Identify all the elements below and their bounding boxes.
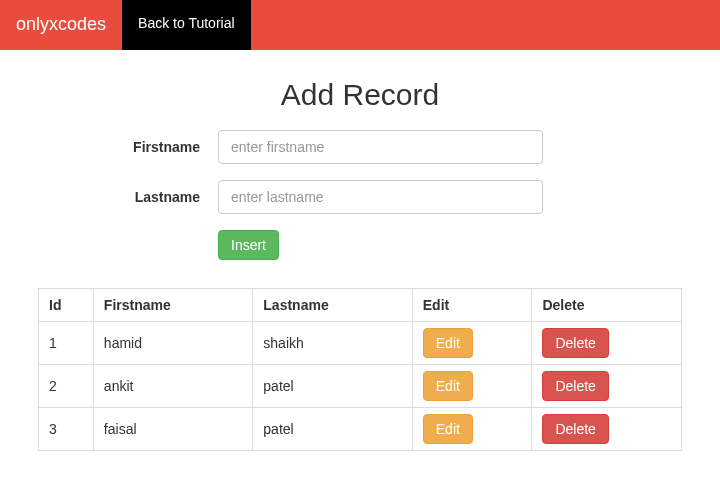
col-header-id: Id	[39, 289, 94, 322]
table-row: 2 ankit patel Edit Delete	[39, 365, 682, 408]
cell-firstname: hamid	[93, 322, 252, 365]
cell-edit: Edit	[412, 408, 532, 451]
cell-lastname: patel	[253, 408, 412, 451]
firstname-input[interactable]	[218, 130, 543, 164]
col-header-firstname: Firstname	[93, 289, 252, 322]
cell-firstname: faisal	[93, 408, 252, 451]
edit-button[interactable]: Edit	[423, 328, 473, 358]
delete-button[interactable]: Delete	[542, 328, 608, 358]
cell-edit: Edit	[412, 365, 532, 408]
brand-logo: onlyxcodes	[0, 0, 122, 50]
firstname-label: Firstname	[38, 139, 218, 155]
insert-row: Insert	[38, 230, 682, 260]
main-container: Add Record Firstname Lastname Insert Id …	[0, 78, 720, 451]
lastname-label: Lastname	[38, 189, 218, 205]
cell-delete: Delete	[532, 408, 682, 451]
cell-delete: Delete	[532, 365, 682, 408]
cell-id: 2	[39, 365, 94, 408]
col-header-edit: Edit	[412, 289, 532, 322]
cell-id: 1	[39, 322, 94, 365]
table-header-row: Id Firstname Lastname Edit Delete	[39, 289, 682, 322]
edit-button[interactable]: Edit	[423, 371, 473, 401]
delete-button[interactable]: Delete	[542, 371, 608, 401]
lastname-input[interactable]	[218, 180, 543, 214]
lastname-row: Lastname	[38, 180, 682, 214]
cell-lastname: shaikh	[253, 322, 412, 365]
col-header-delete: Delete	[532, 289, 682, 322]
cell-firstname: ankit	[93, 365, 252, 408]
edit-button[interactable]: Edit	[423, 414, 473, 444]
records-table: Id Firstname Lastname Edit Delete 1 hami…	[38, 288, 682, 451]
table-row: 3 faisal patel Edit Delete	[39, 408, 682, 451]
col-header-lastname: Lastname	[253, 289, 412, 322]
insert-button[interactable]: Insert	[218, 230, 279, 260]
page-title: Add Record	[38, 78, 682, 112]
back-to-tutorial-link[interactable]: Back to Tutorial	[122, 0, 251, 50]
table-row: 1 hamid shaikh Edit Delete	[39, 322, 682, 365]
cell-delete: Delete	[532, 322, 682, 365]
cell-id: 3	[39, 408, 94, 451]
delete-button[interactable]: Delete	[542, 414, 608, 444]
cell-lastname: patel	[253, 365, 412, 408]
navbar: onlyxcodes Back to Tutorial	[0, 0, 720, 50]
firstname-row: Firstname	[38, 130, 682, 164]
cell-edit: Edit	[412, 322, 532, 365]
